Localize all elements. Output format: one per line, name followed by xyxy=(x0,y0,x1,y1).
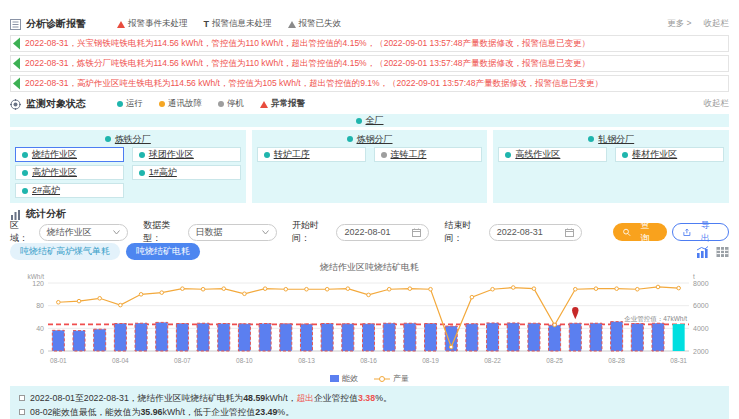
chart-bar[interactable] xyxy=(176,324,188,351)
line-point[interactable] xyxy=(491,287,495,291)
monitor-item[interactable]: 高炉作业区 xyxy=(15,165,124,180)
line-point[interactable] xyxy=(387,287,391,291)
line-point[interactable] xyxy=(636,287,640,291)
collapse-link[interactable]: 收起栏 xyxy=(704,18,730,30)
line-point[interactable] xyxy=(615,287,619,291)
chart-bar[interactable] xyxy=(487,323,499,351)
monitor-item[interactable]: 球团作业区 xyxy=(132,147,241,162)
line-point[interactable] xyxy=(429,287,433,291)
line-point[interactable] xyxy=(139,293,143,297)
chart-bar[interactable] xyxy=(425,324,437,351)
line-point[interactable] xyxy=(449,345,453,349)
tab-electricity-consumption[interactable]: 吨烧结矿电耗 xyxy=(126,243,200,260)
monitor-item[interactable]: 连铸工序 xyxy=(374,147,483,162)
chart-bar[interactable] xyxy=(218,324,230,351)
line-point[interactable] xyxy=(160,291,164,295)
chart-bar[interactable] xyxy=(300,324,312,351)
monitor-item[interactable]: 棒材作业区 xyxy=(615,147,724,162)
line-point[interactable] xyxy=(573,287,577,291)
group-items: 转炉工序连铸工序 xyxy=(257,147,483,162)
chart-bar[interactable] xyxy=(238,324,250,351)
left-axis-tick: 120 xyxy=(32,280,44,287)
chart-bar[interactable] xyxy=(404,323,416,351)
line-point[interactable] xyxy=(656,285,660,289)
collapse-link[interactable]: 收起栏 xyxy=(704,98,730,110)
chart-bar[interactable] xyxy=(652,323,664,351)
chart-bar[interactable] xyxy=(280,324,292,351)
plant-root-link[interactable]: 全厂 xyxy=(366,114,384,127)
line-point[interactable] xyxy=(222,287,226,291)
chart-view-icon[interactable] xyxy=(696,246,709,258)
line-point[interactable] xyxy=(263,287,267,291)
chart-bar[interactable] xyxy=(52,330,64,351)
chart-bar[interactable] xyxy=(73,331,85,351)
alert-row[interactable]: 2022-08-31，高炉作业区吨生铁电耗为114.56 kWh/t，管控值为1… xyxy=(10,75,729,92)
line-point[interactable] xyxy=(532,287,536,291)
legend-energy[interactable]: 能效 xyxy=(330,373,358,384)
monitor-item-label: 2#高炉 xyxy=(32,184,60,197)
monitor-item[interactable]: 1#高炉 xyxy=(132,165,241,180)
line-point[interactable] xyxy=(305,287,309,291)
line-point[interactable] xyxy=(470,295,474,299)
monitor-item[interactable]: 高线作业区 xyxy=(498,147,607,162)
line-point[interactable] xyxy=(181,287,185,291)
chart-bar[interactable] xyxy=(590,323,602,351)
monitor-item[interactable]: 烧结作业区 xyxy=(15,147,124,162)
end-date-input[interactable]: 2022-08-31 xyxy=(489,224,582,241)
line-point[interactable] xyxy=(553,323,557,327)
alarm-header-links: 更多 > 收起栏 xyxy=(667,18,729,30)
chart-bar[interactable] xyxy=(383,323,395,351)
alert-row[interactable]: 2022-08-31，兴宝钢铁吨铁电耗为114.56 kWh/t，管控值为110… xyxy=(10,35,729,52)
chart-bar[interactable] xyxy=(321,324,333,351)
chart-bar[interactable] xyxy=(363,324,375,351)
tab-gas-unit-consumption[interactable]: 吨烧结矿高炉煤气单耗 xyxy=(10,243,120,260)
line-point[interactable] xyxy=(77,299,81,303)
line-point[interactable] xyxy=(408,287,412,291)
chart-bar[interactable] xyxy=(466,324,478,351)
line-legend-swatch xyxy=(374,375,390,383)
chart-bar[interactable] xyxy=(631,324,643,351)
line-point[interactable] xyxy=(284,287,288,291)
region-select[interactable]: 烧结作业区 xyxy=(39,224,129,241)
chart-bar[interactable] xyxy=(156,322,168,351)
datatype-select[interactable]: 日数据 xyxy=(188,224,278,241)
line-point[interactable] xyxy=(325,287,329,291)
legend-running: 运行 xyxy=(117,98,143,110)
chart-bar[interactable] xyxy=(611,322,623,351)
line-point[interactable] xyxy=(98,297,102,301)
legend-production[interactable]: 产量 xyxy=(374,373,409,384)
chart-bar[interactable] xyxy=(569,323,581,351)
x-axis-tick: 08-04 xyxy=(112,357,129,364)
chart-bar[interactable] xyxy=(549,325,561,351)
line-point[interactable] xyxy=(201,287,205,291)
more-link[interactable]: 更多 > xyxy=(667,18,691,30)
alert-row[interactable]: 2022-08-31，炼铁分厂吨铁电耗为114.56 kWh/t，管控值为110… xyxy=(10,55,729,72)
line-point[interactable] xyxy=(511,286,515,290)
line-point[interactable] xyxy=(119,303,123,307)
group-link[interactable]: 轧钢分厂 xyxy=(598,133,634,146)
chart-bar[interactable] xyxy=(673,324,685,351)
start-date-input[interactable]: 2022-08-01 xyxy=(336,224,429,241)
line-point[interactable] xyxy=(243,292,247,296)
line-point[interactable] xyxy=(594,287,598,291)
chart-bar[interactable] xyxy=(114,324,126,351)
line-point[interactable] xyxy=(57,300,61,304)
chart-bar[interactable] xyxy=(135,323,147,351)
line-point[interactable] xyxy=(677,286,681,290)
group-link[interactable]: 炼铁分厂 xyxy=(115,133,151,146)
monitor-item[interactable]: 转炉工序 xyxy=(257,147,366,162)
monitor-item[interactable]: 2#高炉 xyxy=(15,183,124,198)
chart-bar[interactable] xyxy=(259,324,271,351)
chart-bar[interactable] xyxy=(507,323,519,351)
export-button[interactable]: 导 出 xyxy=(672,223,729,241)
chart-bar[interactable] xyxy=(94,329,106,351)
chart-bar[interactable] xyxy=(528,323,540,351)
chart-bar[interactable] xyxy=(342,324,354,351)
line-point[interactable] xyxy=(367,293,371,297)
line-point[interactable] xyxy=(346,287,350,291)
query-button[interactable]: 查 询 xyxy=(613,223,668,241)
status-dot-icon xyxy=(105,136,111,142)
group-link[interactable]: 炼钢分厂 xyxy=(357,133,393,146)
chart-bar[interactable] xyxy=(197,323,209,351)
table-view-icon[interactable] xyxy=(716,246,729,258)
